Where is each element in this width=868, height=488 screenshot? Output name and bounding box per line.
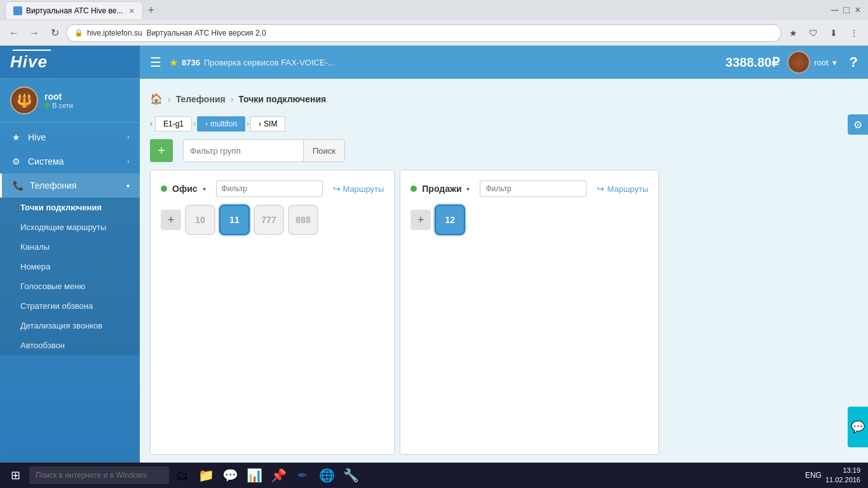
back-button[interactable]: ← (5, 24, 23, 42)
group-routes-sales[interactable]: ↪ Маршруты (597, 184, 648, 194)
filter-tab-e1g1-label: E1-g1 (163, 119, 184, 128)
phone-icon: 📞 (12, 180, 24, 191)
routes-label-sales: Маршруты (607, 184, 648, 194)
star-icon: ★ (10, 132, 22, 143)
status-dot (44, 103, 50, 108)
close-button[interactable]: × (853, 5, 863, 15)
tab-close-button[interactable]: × (129, 6, 134, 16)
group-panel-sales: Продажи ▾ ↪ Маршруты + 12 (400, 170, 659, 455)
notification-star-icon: ★ (169, 57, 178, 69)
nav-label-hive: Hive (28, 132, 121, 142)
filter-tab-sim-arrow: › (259, 119, 261, 128)
filter-tabs-arrow: › (150, 119, 153, 128)
help-button[interactable]: ? (850, 54, 858, 71)
filter-tabs: › E1-g1 › › multifon › › SIM (150, 116, 858, 132)
menu-button[interactable]: ⋮ (845, 24, 863, 42)
group-name-dropdown-office[interactable]: ▾ (203, 186, 206, 193)
notification-text: Проверка сервисов FAX-VOICE-... (204, 58, 335, 67)
endpoint-12[interactable]: 12 (435, 205, 465, 235)
groups-row: Офис ▾ ↪ Маршруты + 10 (150, 170, 858, 455)
group-filter-sales[interactable] (480, 180, 587, 197)
sub-nav: Точки подключения Исходящие маршруты Кан… (0, 198, 140, 355)
sub-nav-outgoing-routes[interactable]: Исходящие маршруты (0, 217, 140, 237)
topbar-user-menu[interactable]: root ▾ (787, 51, 836, 74)
nav-label-system: Система (28, 156, 121, 166)
filter-tab-multifon-label: multifon (210, 119, 237, 128)
notification-area[interactable]: ★ 8736 Проверка сервисов FAX-VOICE-... (169, 57, 335, 69)
endpoint-add-button-sales[interactable]: + (410, 210, 431, 230)
user-name: root (44, 92, 130, 102)
user-status-row: В сети (44, 102, 130, 109)
endpoint-888[interactable]: 888 (288, 205, 318, 235)
group-name-sales[interactable]: Продажи (422, 184, 461, 194)
new-tab-button[interactable]: + (148, 4, 155, 17)
breadcrumb-connection-points: Точки подключения (238, 94, 326, 104)
routes-icon-office: ↪ (333, 184, 341, 194)
endpoint-10[interactable]: 10 (185, 205, 215, 235)
tab-title: Виртуальная АТС Hive ве... (26, 6, 123, 15)
logo-text: Hive (10, 52, 48, 72)
settings-gear-icon: ⚙ (853, 119, 862, 131)
refresh-button[interactable]: ↻ (46, 24, 64, 42)
search-container: Поиск (183, 139, 345, 162)
sub-nav-connection-points[interactable]: Точки подключения (0, 198, 140, 217)
shield-button[interactable]: 🛡 (804, 24, 822, 42)
lock-icon: 🔒 (74, 29, 83, 37)
minimize-button[interactable]: ─ (830, 5, 840, 15)
group-routes-office[interactable]: ↪ Маршруты (333, 184, 384, 194)
endpoint-add-button-office[interactable]: + (161, 210, 181, 230)
group-status-dot-office (161, 186, 167, 192)
sub-nav-numbers[interactable]: Номера (0, 257, 140, 276)
filter-groups-input[interactable] (184, 140, 303, 161)
content-wrapper: 🏠 › Телефония › Точки подключения › E1-g… (140, 79, 868, 463)
tab-sep-1: › (193, 119, 196, 128)
breadcrumb-telephony[interactable]: Телефония (176, 94, 226, 104)
chat-sidebar-button[interactable]: 💬 (848, 407, 868, 447)
sub-nav-channels[interactable]: Каналы (0, 237, 140, 257)
group-header-office: Офис ▾ ↪ Маршруты (161, 180, 384, 197)
gear-icon: ⚙ (10, 156, 22, 167)
nav-label-telephony: Телефония (30, 180, 120, 191)
sub-nav-call-strategy[interactable]: Стратегии обзвона (0, 296, 140, 316)
sub-nav-call-detail[interactable]: Детализация звонков (0, 316, 140, 336)
endpoint-11[interactable]: 11 (219, 205, 250, 235)
search-button[interactable]: Поиск (303, 140, 344, 161)
sub-nav-autodial[interactable]: Автообзвон (0, 336, 140, 355)
home-icon[interactable]: 🏠 (150, 93, 163, 105)
breadcrumb: 🏠 › Телефония › Точки подключения (150, 86, 858, 111)
address-bar[interactable]: 🔒 hive.iptelefon.su Виртуальная АТС Hive… (66, 24, 782, 42)
settings-sidebar-button[interactable]: ⚙ (848, 114, 868, 135)
group-name-dropdown-sales[interactable]: ▾ (466, 186, 470, 193)
filter-tab-e1g1[interactable]: E1-g1 (155, 116, 192, 132)
maximize-button[interactable]: □ (841, 5, 851, 15)
sub-nav-voice-menu[interactable]: Голосовые меню (0, 276, 140, 296)
user-info: root В сети (44, 92, 130, 109)
sidebar-item-system[interactable]: ⚙ Система › (0, 149, 140, 173)
notification-number: 8736 (182, 58, 200, 67)
endpoints-row-office: + 10 11 777 888 (161, 205, 384, 235)
group-filter-office[interactable] (216, 180, 323, 197)
filter-tab-sim-label: SIM (264, 119, 277, 128)
sidebar-item-hive[interactable]: ★ Hive › (0, 125, 140, 149)
filter-tab-multifon-arrow: › (205, 119, 208, 128)
forward-button[interactable]: → (25, 24, 43, 42)
browser-tab[interactable]: Виртуальная АТС Hive ве... × (5, 1, 143, 19)
filter-tab-sim[interactable]: › SIM (250, 116, 285, 132)
group-name-office[interactable]: Офис (172, 184, 198, 194)
sidebar-logo: Hive (0, 46, 140, 79)
endpoint-777[interactable]: 777 (254, 205, 284, 235)
main-area: ☰ ★ 8736 Проверка сервисов FAX-VOICE-...… (140, 46, 868, 463)
download-button[interactable]: ⬇ (825, 24, 843, 42)
chat-icon: 💬 (851, 420, 865, 434)
endpoints-row-sales: + 12 (410, 205, 648, 235)
routes-icon-sales: ↪ (597, 184, 604, 194)
user-section: 🔱 root В сети (0, 79, 140, 123)
topbar-avatar (787, 51, 810, 74)
bookmark-button[interactable]: ★ (784, 24, 802, 42)
filter-tab-multifon[interactable]: › multifon (197, 116, 245, 132)
hamburger-menu-button[interactable]: ☰ (150, 55, 161, 70)
group-status-dot-sales (410, 186, 417, 192)
sidebar-item-telephony[interactable]: 📞 Телефония ▾ (0, 173, 140, 198)
add-group-button[interactable]: + (150, 139, 173, 162)
user-avatar: 🔱 (10, 86, 38, 114)
